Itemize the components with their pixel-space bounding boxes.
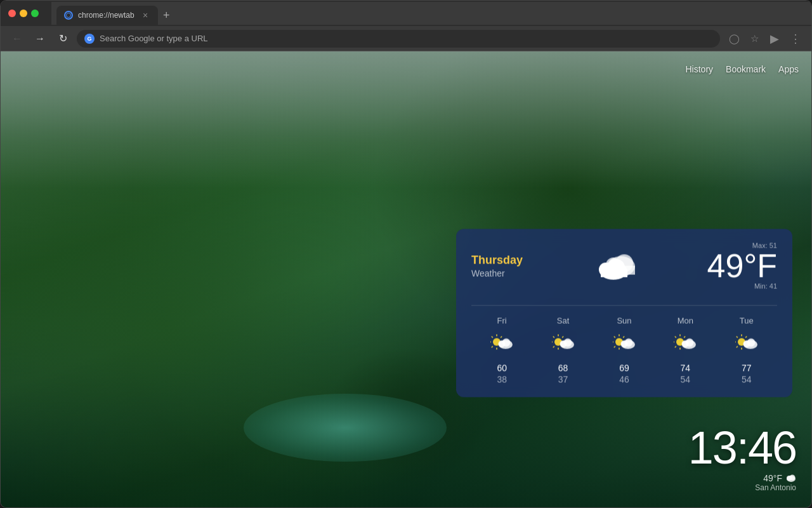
traffic-lights (1, 10, 46, 17)
new-tab-button[interactable]: + (158, 6, 175, 25)
svg-line-16 (492, 346, 493, 347)
forecast-day-mon: Mon 7454 (674, 316, 697, 385)
forecast-day-fri: Fri 6038 (490, 316, 513, 385)
forecast-temps: 6837 (558, 363, 568, 385)
svg-line-27 (562, 337, 563, 338)
address-bar[interactable]: G Search Google or type a URL (77, 30, 720, 48)
svg-point-43 (624, 338, 632, 347)
weather-label: Weather (471, 268, 523, 278)
svg-line-15 (501, 337, 502, 338)
forecast-low: 54 (681, 375, 691, 385)
forward-button[interactable]: → (31, 30, 49, 48)
forecast-temps: 6038 (497, 363, 507, 385)
svg-line-40 (614, 346, 615, 347)
weather-main-icon (589, 244, 640, 288)
svg-point-55 (686, 338, 694, 347)
weather-widget: Thursday Weather (456, 229, 792, 398)
navigation-bar: ← → ↻ G Search Google or type a URL ◯ ☆ … (1, 26, 811, 51)
forecast-day-name: Fri (497, 316, 507, 326)
forecast-icon (613, 333, 636, 356)
main-content: History Bookmark Apps Thursday Weather (1, 51, 811, 507)
forecast-temps: 7754 (742, 363, 752, 385)
svg-rect-7 (601, 269, 627, 277)
address-text: Search Google or type a URL (100, 34, 712, 43)
tab-favicon (64, 11, 73, 20)
forecast-high: 74 (681, 363, 691, 373)
weather-temp-block: Max: 51 49°F Min: 41 (707, 242, 777, 290)
weather-temp: 49°F (707, 250, 777, 283)
forecast-low: 54 (742, 375, 752, 385)
cast-button[interactable]: ◯ (725, 30, 743, 48)
forecast-day-sun: Sun 6946 (613, 316, 636, 385)
reload-button[interactable]: ↻ (54, 30, 72, 48)
svg-line-39 (623, 337, 624, 338)
bookmark-link[interactable]: Bookmark (726, 64, 766, 74)
svg-line-52 (675, 346, 676, 347)
water-overlay (244, 394, 447, 462)
forecast-day-name: Sat (557, 316, 570, 326)
newtab-links: History Bookmark Apps (685, 64, 799, 74)
maximize-button[interactable] (31, 10, 39, 17)
nav-actions: ◯ ☆ ▶ ⋮ (725, 30, 804, 48)
svg-line-61 (737, 337, 738, 338)
browser-window: chrome://newtab × + ← → ↻ G Search Googl… (0, 0, 812, 508)
svg-point-19 (502, 338, 511, 347)
forecast-day-tue: Tue 7754 (735, 316, 758, 385)
forecast-high: 77 (742, 363, 752, 373)
tab-bar: chrome://newtab × + (51, 2, 811, 25)
forecast-high: 68 (558, 363, 568, 373)
back-button[interactable]: ← (8, 30, 26, 48)
svg-line-64 (737, 346, 738, 347)
forecast-icon (674, 333, 697, 356)
forecast-high: 60 (497, 363, 507, 373)
forecast-low: 37 (558, 375, 568, 385)
menu-button[interactable]: ⋮ (786, 30, 804, 48)
svg-line-25 (553, 337, 554, 338)
tab-close-button[interactable]: × (140, 10, 150, 20)
svg-line-13 (492, 337, 493, 338)
forecast-icon (735, 333, 758, 356)
profile-button[interactable]: ▶ (766, 30, 783, 48)
forecast-low: 38 (497, 375, 507, 385)
clock-temp: 49°F (763, 473, 782, 483)
weather-left: Thursday Weather (471, 253, 523, 278)
svg-point-67 (747, 338, 755, 347)
forecast-day-sat: Sat 6837 (552, 316, 575, 385)
forecast-day-name: Tue (740, 316, 754, 326)
apps-link[interactable]: Apps (778, 64, 799, 74)
bookmark-button[interactable]: ☆ (745, 30, 763, 48)
forecast-temps: 6946 (619, 363, 629, 385)
history-link[interactable]: History (685, 64, 713, 74)
clock-time: 13:46 (688, 425, 796, 471)
forecast-icon (490, 333, 513, 356)
svg-line-49 (675, 337, 676, 338)
weather-current: Thursday Weather (471, 242, 777, 290)
forecast-icon (552, 333, 575, 356)
forecast-temps: 7454 (681, 363, 691, 385)
forecast-high: 69 (619, 363, 629, 373)
svg-line-51 (684, 337, 685, 338)
svg-point-70 (790, 475, 796, 481)
tab-title: chrome://newtab (78, 11, 135, 20)
close-button[interactable] (8, 10, 16, 17)
clock-weather: 49°F (763, 473, 796, 483)
forecast-day-name: Sun (617, 316, 631, 326)
clock-area: 13:46 49°F San Antonio (688, 425, 796, 492)
forecast-day-name: Mon (678, 316, 693, 326)
forecast-low: 46 (619, 375, 629, 385)
svg-point-31 (563, 338, 572, 347)
svg-line-63 (745, 337, 747, 338)
svg-line-28 (553, 346, 554, 347)
svg-line-37 (614, 337, 615, 338)
google-icon: G (84, 34, 95, 44)
forecast-row: Fri 6038Sat 6837Sun (471, 316, 777, 385)
weather-divider (471, 305, 777, 306)
clock-location: San Antonio (755, 483, 796, 492)
minimize-button[interactable] (20, 10, 27, 17)
active-tab[interactable]: chrome://newtab × (56, 6, 158, 25)
weather-day: Thursday (471, 253, 523, 267)
